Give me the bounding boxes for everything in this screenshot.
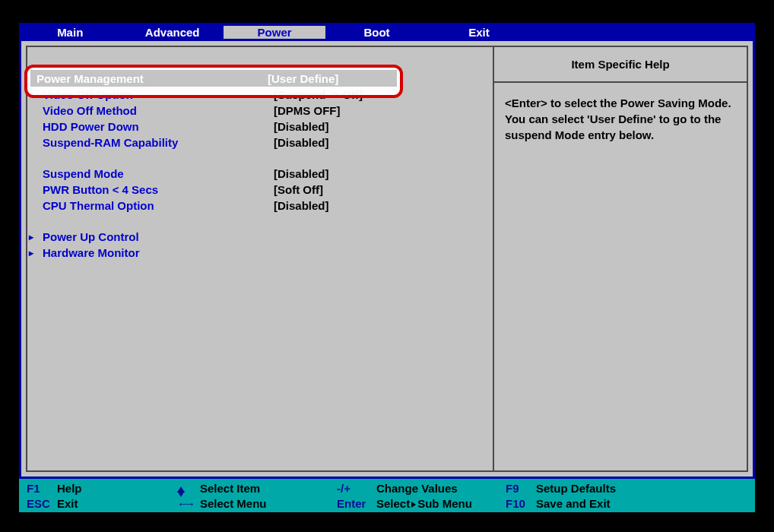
- setting-label: HDD Power Down: [36, 120, 274, 133]
- submenu-arrow-icon: ▸: [29, 248, 35, 258]
- setting-value: [Disabled]: [274, 120, 329, 133]
- submenu-hardware-monitor[interactable]: ▸ Hardware Monitor: [36, 245, 484, 261]
- setting-power-management[interactable]: Power Management [User Define]: [30, 70, 397, 87]
- tab-power[interactable]: Power: [224, 26, 325, 39]
- tab-boot[interactable]: Boot: [325, 26, 427, 39]
- footer-label-select-menu: Select Menu: [200, 497, 337, 510]
- footer-key-plusminus: -/+: [337, 482, 376, 495]
- tab-advanced[interactable]: Advanced: [121, 26, 223, 39]
- content-area: Power Management [User Define] Video Off…: [19, 41, 755, 479]
- setting-suspend-ram-capability[interactable]: Suspend-RAM Capability [Disabled]: [36, 135, 484, 150]
- updown-arrow-icon: [177, 482, 200, 495]
- submenu-label: Power Up Control: [43, 230, 139, 243]
- footer-key-f9: F9: [506, 482, 536, 495]
- setting-label: Power Management: [30, 72, 268, 85]
- right-triangle-icon: [411, 502, 416, 508]
- setting-value: [DPMS OFF]: [274, 104, 341, 117]
- footer-label-setup-defaults: Setup Defaults: [536, 482, 616, 495]
- setting-label: Video Off Option: [36, 88, 274, 101]
- leftright-arrow-icon: [177, 497, 200, 510]
- footer-key-f10: F10: [506, 497, 536, 510]
- setting-pwr-button[interactable]: PWR Button < 4 Secs [Soft Off]: [36, 182, 484, 198]
- help-text: <Enter> to select the Power Saving Mode.…: [494, 83, 747, 155]
- submenu-power-up-control[interactable]: ▸ Power Up Control: [36, 229, 484, 245]
- footer-label-change-values: Change Values: [376, 482, 506, 495]
- setting-video-off-method[interactable]: Video Off Method [DPMS OFF]: [36, 103, 484, 119]
- setting-label: Suspend-RAM Capability: [36, 136, 274, 149]
- footer-sub-a: Select: [376, 497, 410, 510]
- setting-value: [Soft Off]: [274, 183, 323, 196]
- footer-label-help: Help: [57, 482, 177, 495]
- tab-exit[interactable]: Exit: [428, 26, 530, 39]
- submenu-label: Hardware Monitor: [43, 246, 140, 259]
- help-panel: Item Specific Help <Enter> to select the…: [493, 46, 748, 472]
- main-panel: Power Management [User Define] Video Off…: [26, 46, 493, 472]
- footer-sub-b: Sub Menu: [417, 497, 472, 510]
- help-title: Item Specific Help: [494, 47, 747, 83]
- setting-label: PWR Button < 4 Secs: [36, 183, 274, 196]
- setting-value: [User Define]: [268, 72, 338, 85]
- tab-bar: Main Advanced Power Boot Exit: [19, 23, 755, 41]
- footer-bar: F1 Help Select Item -/+ Change Values F9…: [19, 479, 755, 512]
- tab-main[interactable]: Main: [19, 26, 121, 39]
- footer-row-1: F1 Help Select Item -/+ Change Values F9…: [22, 480, 752, 496]
- footer-key-f1: F1: [22, 482, 57, 495]
- footer-label-select-item: Select Item: [200, 482, 337, 495]
- setting-label: Suspend Mode: [36, 167, 274, 180]
- setting-value: [Disabled]: [274, 167, 329, 180]
- setting-suspend-mode[interactable]: Suspend Mode [Disabled]: [36, 166, 484, 182]
- footer-label-select-submenu: SelectSub Menu: [376, 497, 506, 510]
- footer-key-esc: ESC: [22, 497, 57, 510]
- setting-value: [Disabled]: [274, 136, 329, 149]
- footer-label-exit: Exit: [57, 497, 177, 510]
- footer-row-2: ESC Exit Select Menu Enter SelectSub Men…: [22, 496, 752, 511]
- setting-cpu-thermal-option[interactable]: CPU Thermal Option [Disabled]: [36, 198, 484, 214]
- setting-video-off-option[interactable]: Video Off Option [Suspend -> Off]: [36, 87, 484, 103]
- setting-label: CPU Thermal Option: [36, 199, 274, 212]
- footer-key-enter: Enter: [337, 497, 376, 510]
- setting-label: Video Off Method: [36, 104, 274, 117]
- bios-window: Main Advanced Power Boot Exit Power Mana…: [0, 0, 774, 532]
- setting-hdd-power-down[interactable]: HDD Power Down [Disabled]: [36, 119, 484, 135]
- submenu-arrow-icon: ▸: [29, 232, 35, 242]
- setting-value: [Disabled]: [274, 199, 329, 212]
- setting-value: [Suspend -> Off]: [274, 88, 363, 101]
- footer-label-save-exit: Save and Exit: [536, 497, 611, 510]
